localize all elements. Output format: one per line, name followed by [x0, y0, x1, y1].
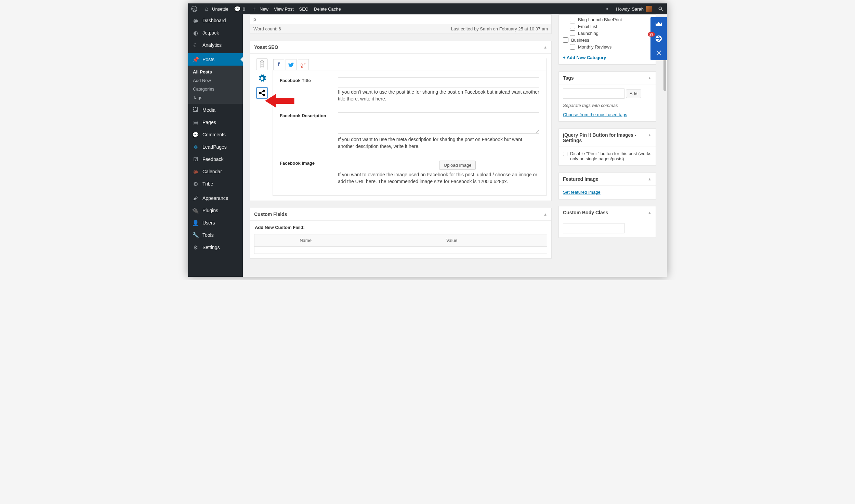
- collapse-toggle[interactable]: ▲: [648, 76, 652, 80]
- category-item[interactable]: Launching: [563, 30, 652, 37]
- new-label: New: [260, 6, 268, 12]
- collapse-toggle[interactable]: ▲: [543, 45, 547, 49]
- plus-icon: ＋: [251, 5, 258, 12]
- sidebar-item-settings[interactable]: ⚙Settings: [188, 241, 243, 254]
- svg-line-2: [661, 10, 663, 11]
- new-content-link[interactable]: ＋New: [248, 3, 271, 14]
- seo-menu[interactable]: SEO: [297, 3, 311, 14]
- last-edited: Last edited by Sarah on February 25 at 1…: [451, 26, 548, 31]
- custom-fields-metabox: Custom Fields▲ Add New Custom Field: Nam…: [250, 208, 552, 258]
- upload-image-button[interactable]: Upload Image: [439, 161, 476, 170]
- twitter-tab[interactable]: [286, 59, 297, 70]
- home-icon: ⌂: [203, 5, 210, 12]
- submenu-add-new[interactable]: Add New: [188, 76, 243, 85]
- sidebar-item-leadpages[interactable]: ❄LeadPages: [188, 141, 243, 153]
- fb-title-help: If you don't want to use the post title …: [338, 89, 539, 102]
- add-tag-button[interactable]: Add: [626, 90, 641, 98]
- category-checkbox[interactable]: [570, 44, 575, 50]
- crown-button[interactable]: [650, 17, 667, 31]
- posts-submenu: All Posts Add New Categories Tags: [188, 66, 243, 104]
- fb-image-input[interactable]: [338, 160, 437, 170]
- comments-link[interactable]: 💬0: [231, 3, 248, 14]
- view-post-link[interactable]: View Post: [271, 3, 297, 14]
- collapse-toggle[interactable]: ▲: [648, 133, 652, 137]
- admin-bar: ⌂Unsettle 💬0 ＋New View Post SEO Delete C…: [188, 3, 667, 14]
- sidebar-item-plugins[interactable]: 🔌Plugins: [188, 204, 243, 217]
- submenu-categories[interactable]: Categories: [188, 85, 243, 93]
- sidebar-item-posts[interactable]: 📌Posts: [188, 53, 243, 66]
- fb-desc-help: If you don't want to use the meta descri…: [338, 136, 539, 150]
- sidebar-item-feedback[interactable]: ☑Feedback: [188, 153, 243, 165]
- fb-desc-input[interactable]: [338, 112, 539, 134]
- body-class-input[interactable]: [563, 223, 624, 233]
- sidebar-item-jetpack[interactable]: ◐Jetpack: [188, 27, 243, 39]
- googleplus-tab[interactable]: g⁺: [298, 59, 309, 70]
- sidebar-item-tribe[interactable]: ⚙Tribe: [188, 178, 243, 190]
- site-name: Unsettle: [212, 6, 228, 12]
- close-panel-button[interactable]: [650, 46, 667, 60]
- appearance-icon: 🖌: [192, 195, 199, 202]
- set-featured-image-link[interactable]: Set featured image: [563, 190, 601, 195]
- comment-icon: 💬: [234, 5, 241, 12]
- settings-tab[interactable]: [256, 73, 268, 84]
- submenu-all-posts[interactable]: All Posts: [188, 68, 243, 76]
- category-checkbox[interactable]: [570, 17, 575, 22]
- fb-title-input[interactable]: [338, 77, 539, 87]
- svg-point-9: [261, 66, 263, 67]
- social-tab[interactable]: [256, 87, 268, 99]
- category-checkbox[interactable]: [570, 30, 575, 36]
- sidebar-item-comments[interactable]: 💬Comments: [188, 128, 243, 141]
- fb-image-label: Facebook Image: [280, 160, 338, 185]
- category-item[interactable]: Blog Launch BluePrint: [563, 16, 652, 23]
- media-icon: 🖼: [192, 107, 199, 113]
- sidebar-item-tools[interactable]: 🔧Tools: [188, 229, 243, 241]
- category-checkbox[interactable]: [563, 37, 568, 43]
- disable-pinit-option[interactable]: Disable "Pin it" button for this post (w…: [563, 151, 652, 161]
- pinit-metabox: jQuery Pin It Button for Images - Settin…: [558, 128, 656, 166]
- wp-logo-menu[interactable]: [188, 3, 200, 14]
- comments-count: 0: [243, 6, 245, 12]
- tags-input[interactable]: [563, 88, 624, 99]
- dashboard-icon: ◉: [192, 17, 199, 24]
- fb-title-label: Facebook Title: [280, 77, 338, 102]
- tags-hint: Separate tags with commas: [563, 103, 652, 108]
- collapse-toggle[interactable]: ▲: [648, 210, 652, 215]
- word-count: Word count: 6: [253, 26, 281, 31]
- svg-line-13: [261, 91, 263, 93]
- category-item[interactable]: Business: [563, 37, 652, 43]
- sidebar-item-users[interactable]: 👤Users: [188, 217, 243, 229]
- disable-pinit-checkbox[interactable]: [563, 152, 567, 156]
- category-item[interactable]: Monthly Reviews: [563, 43, 652, 50]
- collapse-toggle[interactable]: ▲: [648, 177, 652, 181]
- site-name-link[interactable]: ⌂Unsettle: [200, 3, 231, 14]
- notifications-button[interactable]: 29: [650, 31, 667, 46]
- sidebar-item-pages[interactable]: ▤Pages: [188, 116, 243, 128]
- add-new-cf-label: Add New Custom Field:: [255, 225, 547, 230]
- category-item[interactable]: Email List: [563, 23, 652, 30]
- sidebar-item-media[interactable]: 🖼Media: [188, 104, 243, 116]
- submenu-tags[interactable]: Tags: [188, 93, 243, 102]
- sidebar-item-analytics[interactable]: ☾Analytics: [188, 39, 243, 51]
- users-icon: 👤: [192, 219, 199, 226]
- tags-title: Tags: [563, 75, 574, 81]
- featured-image-metabox: Featured Image▲ Set featured image: [558, 173, 656, 199]
- add-new-category-link[interactable]: + Add New Category: [563, 55, 606, 60]
- category-checkbox[interactable]: [570, 24, 575, 29]
- collapse-toggle[interactable]: ▲: [543, 212, 547, 216]
- notification-icon: ▪: [604, 5, 610, 12]
- sidebar-item-dashboard[interactable]: ◉Dashboard: [188, 14, 243, 27]
- sidebar-item-calendar[interactable]: ◉Calendar: [188, 165, 243, 178]
- comments-icon: 💬: [192, 131, 199, 138]
- table-row: [254, 246, 547, 254]
- my-account-link[interactable]: Howdy, Sarah: [613, 3, 655, 14]
- search-icon: [657, 5, 664, 12]
- readability-tab[interactable]: [256, 58, 268, 70]
- search-toggle[interactable]: [655, 3, 667, 14]
- facebook-tab[interactable]: f: [273, 59, 284, 70]
- choose-tags-link[interactable]: Choose from the most used tags: [563, 112, 627, 117]
- sidebar-item-appearance[interactable]: 🖌Appearance: [188, 192, 243, 204]
- cf-th-value: Value: [357, 234, 547, 246]
- delete-cache-link[interactable]: Delete Cache: [311, 3, 344, 14]
- notifications-link[interactable]: ▪: [601, 3, 613, 14]
- cf-th-name: Name: [254, 234, 357, 246]
